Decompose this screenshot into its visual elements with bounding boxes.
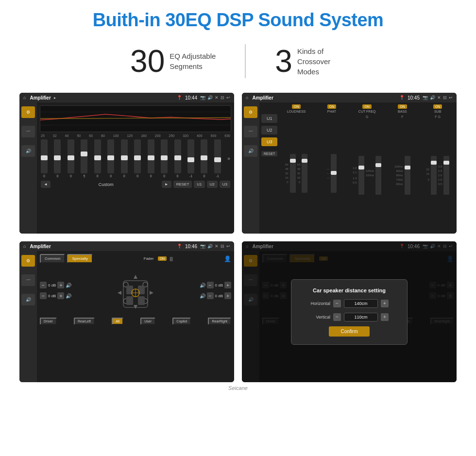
screen3-time: 10:46 [185,244,197,249]
vertical-minus[interactable]: − [333,313,341,321]
eq-prev-btn[interactable]: ◄ [41,181,51,188]
right-speaker-controls: 🔊 − 0 dB + 🔊 − 0 dB + [200,282,231,299]
cutfreq-slider[interactable]: 3.82.11.30.5 125Hz100Hz [353,118,381,232]
bass-slider[interactable]: 100Hz90Hz80Hz70Hz60Hz [394,118,410,232]
eq-slider-4[interactable]: 0 [94,139,101,178]
dialog-row-vertical: Vertical − + [301,313,397,321]
eq-slider-3[interactable]: 5 [81,139,87,178]
sidebar-vol-btn[interactable]: 🔊 [21,145,35,157]
vertical-plus[interactable]: + [381,313,389,321]
eq-slider-5[interactable]: 0 [107,139,114,178]
eq-controls: ◄ Custom ► RESET U1 U2 U3 [40,180,231,189]
speaker-icon-rt: 🔊 [200,283,205,288]
cutfreq-on: ON [362,104,372,109]
specialty-tab[interactable]: Specialty [67,254,92,263]
eq-slider-10[interactable]: 0 [174,139,181,178]
loudness-on: ON [292,104,301,109]
eq-slider-12[interactable]: 0 [201,139,207,178]
sidebar2-wave-btn[interactable]: 〰 [244,126,257,137]
right-bot-minus[interactable]: − [207,292,214,299]
copilot-btn[interactable]: Copilot [172,318,191,325]
eq-reset-btn[interactable]: RESET [173,181,192,188]
speaker-icon-lt: 🔊 [66,283,71,288]
sidebar2-eq-btn[interactable]: ⚙ [244,106,257,118]
sub-slider[interactable]: 20155 3.02.52.01.50.5 [426,118,449,232]
loudness-slider[interactable]: 644832160 644832160 [285,115,307,232]
sidebar-wave-btn[interactable]: 〰 [21,126,35,137]
left-bot-plus[interactable]: + [57,292,64,299]
status-bar-1: ⌂ Amplifier ▸ 📍 10:44 📷🔊✕⊟↩ [19,93,234,102]
left-top-minus[interactable]: − [40,282,47,288]
sidebar3-eq-btn[interactable]: ⚙ [21,255,35,267]
eq-u1-btn[interactable]: U1 [194,181,204,188]
left-top-plus[interactable]: + [57,282,64,288]
phat-label: PHAT [327,110,336,113]
user-btn[interactable]: User [140,318,155,325]
driver-btn[interactable]: Driver [40,318,57,325]
eq-slider-11[interactable]: -1 [187,139,194,178]
right-top-minus[interactable]: − [207,282,214,288]
eq-slider-0[interactable]: 0 [41,139,48,178]
horizontal-minus[interactable]: − [333,300,341,307]
sidebar2-vol-btn[interactable]: 🔊 [244,145,257,157]
right-top-plus[interactable]: + [224,282,231,288]
status-icons-2: 📷🔊✕⊟↩ [423,95,453,100]
horizontal-plus[interactable]: + [381,300,389,307]
screen-dialog: ⌂ Amplifier 📍 10:46 📷🔊✕⊟↩ ⚙ 〰 🔊 [242,241,457,382]
specialty-panel: Common Specialty Fader ON ||| 👤 − 0 dB [37,251,234,382]
screen2-time: 10:45 [408,95,420,101]
eq-next-btn[interactable]: ► [162,181,171,188]
eq-slider-9[interactable]: 0 [161,139,168,178]
phat-slider[interactable]: ——— [326,115,337,232]
eq-u3-btn[interactable]: U3 [220,181,230,188]
bass-f: F [401,115,403,118]
left-bottom-db: − 0 dB + 🔊 [40,292,71,299]
vertical-input[interactable] [344,313,378,321]
screen1-time: 10:44 [185,95,197,101]
screen-eq: ⌂ Amplifier ▸ 📍 10:44 📷🔊✕⊟↩ ⚙ 〰 🔊 [19,93,234,234]
eq-freq-labels: 25 32 40 50 63 80 100 125 160 200 250 32… [40,134,231,137]
play-icon-1: ▸ [54,96,56,100]
crossover-reset-btn[interactable]: RESET [261,151,277,156]
screen3-content: ⚙ 〰 🔊 Common Specialty Fader ON ||| 👤 [19,251,234,382]
sidebar-3: ⚙ 〰 🔊 [19,251,37,382]
eq-slider-13[interactable]: -1 [214,139,221,178]
all-btn[interactable]: All [112,318,123,325]
home-icon-3[interactable]: ⌂ [23,244,26,249]
rear-left-btn[interactable]: RearLeft [74,318,95,325]
u2-btn[interactable]: U2 [261,126,277,135]
sidebar-1: ⚙ 〰 🔊 [19,102,37,234]
sidebar-eq-btn[interactable]: ⚙ [21,106,35,118]
home-icon-1[interactable]: ⌂ [23,95,26,100]
home-icon-2[interactable]: ⌂ [246,95,248,100]
u-buttons-col: U1 U2 U3 RESET [261,104,277,232]
svg-marker-18 [150,291,153,295]
sidebar3-vol-btn[interactable]: 🔊 [21,294,35,305]
svg-rect-11 [138,296,145,305]
left-bot-minus[interactable]: − [40,292,47,299]
rear-right-btn[interactable]: RearRight [208,318,231,325]
eq-slider-6[interactable]: 0 [121,139,128,178]
eq-slider-7[interactable]: 0 [134,139,141,178]
eq-slider-2[interactable]: 0 [68,139,74,178]
left-top-db: − 0 dB + 🔊 [40,282,71,288]
eq-slider-8[interactable]: 0 [148,139,154,178]
bass-on: ON [398,104,407,109]
user-icon[interactable]: 👤 [224,255,231,262]
sub-fg: F G [435,115,441,118]
common-tab[interactable]: Common [40,254,65,263]
left-bot-db-val: 0 dB [48,294,56,298]
sidebar3-wave-btn[interactable]: 〰 [21,274,35,286]
right-top-db-val: 0 dB [215,283,223,287]
u3-btn[interactable]: U3 [261,137,277,146]
eq-slider-1[interactable]: 0 [54,139,61,178]
u1-btn[interactable]: U1 [261,114,277,123]
eq-u2-btn[interactable]: U2 [207,181,218,188]
confirm-button[interactable]: Confirm [329,326,369,337]
specialty-tabs: Common Specialty Fader ON ||| 👤 [40,254,231,263]
horizontal-input[interactable] [344,299,378,308]
loudness-channel: ON LOUDNESS 644832160 644832160 [279,104,313,232]
right-bot-plus[interactable]: + [224,292,231,299]
fader-on-badge: ON [158,256,167,261]
pin-icon-2: 📍 [399,95,405,100]
